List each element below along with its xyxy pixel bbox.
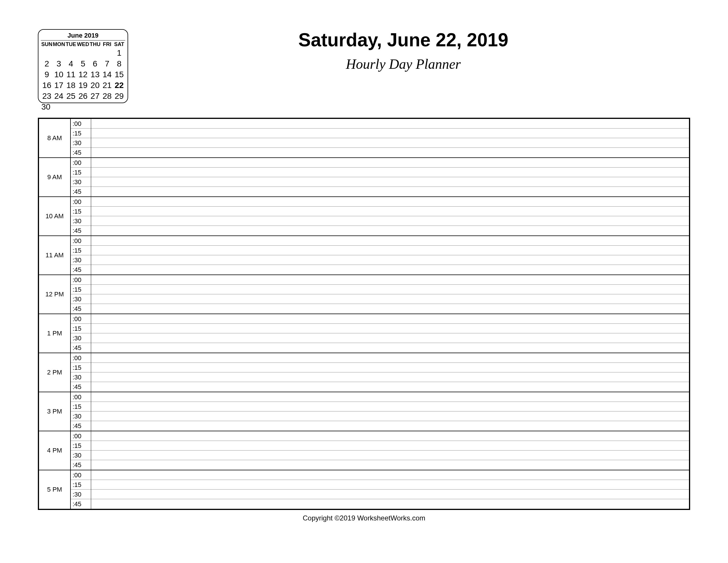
planner-entry-line[interactable]	[91, 480, 689, 490]
planner-entry-line[interactable]	[91, 314, 689, 324]
mini-calendar-day	[41, 47, 53, 58]
planner-entry-line[interactable]	[91, 334, 689, 343]
planner-entry-line[interactable]	[91, 392, 689, 402]
planner-entry-area[interactable]	[91, 392, 690, 431]
planner-entry-line[interactable]	[91, 470, 689, 480]
planner-entry-line[interactable]	[91, 431, 689, 441]
planner-entry-line[interactable]	[91, 451, 689, 460]
planner-entry-line[interactable]	[91, 363, 689, 373]
planner-entry-line[interactable]	[91, 255, 689, 265]
footer-copyright: Copyright ©2019 WorksheetWorks.com	[38, 514, 690, 522]
minute-label: :45	[71, 187, 91, 196]
minute-label: :30	[71, 177, 91, 187]
planner-entry-line[interactable]	[91, 441, 689, 451]
minute-labels: :00:15:30:45	[70, 470, 91, 509]
planner-entry-line[interactable]	[91, 490, 689, 499]
planner-entry-line[interactable]	[91, 402, 689, 412]
minute-label: :15	[71, 324, 91, 334]
minute-label: :00	[71, 353, 91, 363]
planner-entry-area[interactable]	[91, 470, 690, 509]
minute-label: :45	[71, 421, 91, 431]
planner-entry-line[interactable]	[91, 499, 689, 509]
planner-entry-line[interactable]	[91, 324, 689, 334]
minute-label: :00	[71, 392, 91, 402]
hour-label: 3 PM	[38, 392, 70, 431]
mini-calendar-day: 27	[89, 91, 101, 101]
planner-entry-line[interactable]	[91, 275, 689, 285]
page-subtitle: Hourly Day Planner	[128, 56, 678, 72]
mini-calendar-day: 24	[53, 91, 65, 101]
planner-entry-line[interactable]	[91, 128, 689, 138]
planner-entry-line[interactable]	[91, 412, 689, 421]
planner-entry-line[interactable]	[91, 197, 689, 206]
minute-label: :45	[71, 304, 91, 314]
minute-label: :30	[71, 216, 91, 226]
minute-label: :15	[71, 285, 91, 294]
mini-calendar-day: 26	[77, 91, 89, 101]
planner-entry-area[interactable]	[91, 275, 690, 314]
minute-labels: :00:15:30:45	[70, 353, 91, 392]
minute-label: :30	[71, 490, 91, 499]
planner-entry-line[interactable]	[91, 226, 689, 235]
planner-entry-line[interactable]	[91, 246, 689, 255]
planner-entry-line[interactable]	[91, 236, 689, 246]
mini-calendar-day: 23	[41, 91, 53, 101]
planner-entry-line[interactable]	[91, 382, 689, 392]
mini-calendar-day: 13	[89, 69, 101, 80]
minute-label: :00	[71, 158, 91, 167]
planner-entry-area[interactable]	[91, 353, 690, 392]
planner-entry-line[interactable]	[91, 167, 689, 177]
mini-calendar-day: 25	[65, 91, 77, 101]
planner-entry-line[interactable]	[91, 373, 689, 382]
minute-label: :30	[71, 294, 91, 304]
planner-entry-line[interactable]	[91, 158, 689, 167]
planner-entry-area[interactable]	[91, 118, 690, 158]
mini-calendar-day-header: WED	[77, 41, 89, 48]
mini-calendar-day: 1	[113, 47, 125, 58]
page-date-title: Saturday, June 22, 2019	[128, 29, 678, 51]
mini-calendar-day: 5	[77, 58, 89, 69]
mini-calendar-day: 21	[101, 80, 113, 91]
planner-entry-line[interactable]	[91, 304, 689, 314]
planner-entry-area[interactable]	[91, 314, 690, 353]
planner-entry-area[interactable]	[91, 431, 690, 470]
minute-label: :45	[71, 499, 91, 509]
planner-entry-line[interactable]	[91, 216, 689, 226]
planner-entry-line[interactable]	[91, 353, 689, 363]
planner-entry-line[interactable]	[91, 138, 689, 148]
planner-entry-line[interactable]	[91, 460, 689, 470]
planner-entry-area[interactable]	[91, 236, 690, 275]
planner-entry-line[interactable]	[91, 177, 689, 187]
planner-entry-line[interactable]	[91, 285, 689, 294]
minute-label: :45	[71, 148, 91, 157]
hour-label: 1 PM	[38, 314, 70, 353]
minute-label: :30	[71, 138, 91, 148]
planner-entry-line[interactable]	[91, 148, 689, 157]
planner-entry-line[interactable]	[91, 206, 689, 216]
mini-calendar-day-header: THU	[89, 41, 101, 48]
planner-entry-line[interactable]	[91, 343, 689, 353]
planner-entry-line[interactable]	[91, 421, 689, 431]
planner-entry-line[interactable]	[91, 265, 689, 274]
hour-label: 4 PM	[38, 431, 70, 470]
mini-calendar-day-header: FRI	[101, 41, 113, 48]
planner-entry-line[interactable]	[91, 119, 689, 128]
hour-label: 5 PM	[38, 470, 70, 509]
minute-labels: :00:15:30:45	[70, 392, 91, 431]
mini-calendar-day	[77, 47, 89, 58]
planner-entry-line[interactable]	[91, 187, 689, 196]
mini-calendar: June 2019 SUNMONTUEWEDTHUFRISAT 12345678…	[38, 29, 128, 103]
minute-label: :00	[71, 236, 91, 246]
minute-labels: :00:15:30:45	[70, 275, 91, 314]
mini-calendar-day: 18	[65, 80, 77, 91]
planner-entry-line[interactable]	[91, 294, 689, 304]
hour-label: 10 AM	[38, 197, 70, 236]
minute-label: :00	[71, 119, 91, 128]
mini-calendar-day	[65, 47, 77, 58]
mini-calendar-day: 9	[41, 69, 53, 80]
minute-labels: :00:15:30:45	[70, 314, 91, 353]
minute-label: :15	[71, 402, 91, 412]
planner-entry-area[interactable]	[91, 158, 690, 197]
mini-calendar-day: 28	[101, 91, 113, 101]
planner-entry-area[interactable]	[91, 197, 690, 236]
